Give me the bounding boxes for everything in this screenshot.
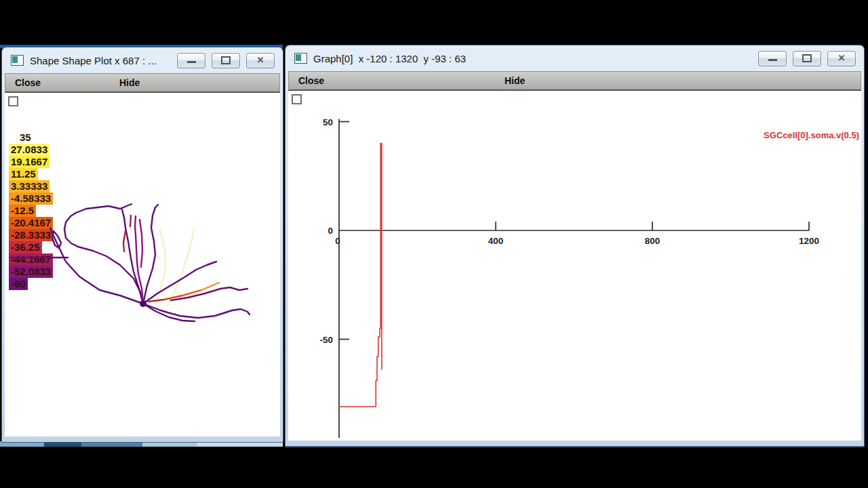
close-button[interactable]: ✕ [246,53,275,68]
dendrite-branch [140,220,142,267]
taskbar-segment [0,441,44,447]
menu-item-close[interactable]: Close [5,77,41,88]
dendrite-branch [123,231,125,251]
minimize-button[interactable] [758,51,787,66]
y-tick-label: -50 [319,335,333,345]
taskbar-segment [197,441,283,447]
window-app-icon [294,53,307,64]
maximize-icon [802,54,812,62]
minimize-icon [768,59,777,61]
dendrite-branch [143,205,158,304]
menu-item-hide[interactable]: Hide [505,75,525,86]
x-tick-label: 0 [335,236,340,246]
window-app-icon [11,55,24,66]
maximize-button[interactable] [212,53,240,68]
soma [140,300,146,307]
x-tick-label: 1200 [799,236,819,246]
shape-plot-window: Shape Shape Plot x 687 : ... ✕ Close Hid… [2,47,283,442]
graph-menubar: Close Hide [288,71,861,91]
close-icon: ✕ [838,53,846,63]
shape-plot-canvas: 3527.083319.166711.253.33333-4.58333-12.… [5,93,280,436]
maximize-icon [221,56,231,64]
shape-plot-menubar: Close Hide [5,73,280,93]
dendrite-branch [50,228,143,304]
minimize-button[interactable] [177,53,205,68]
x-tick-label: 800 [645,236,660,246]
taskbar-segment [142,441,197,447]
dendrite-branch [52,231,61,248]
dendrite-branch [149,300,164,302]
window-title: Shape Shape Plot x 687 : ... [30,55,157,66]
dendrite-branch [143,304,250,318]
y-tick-label: 50 [323,117,333,127]
graph-window: Graph[0] x -120 : 1320 y -93 : 63 ✕ Clos… [285,45,864,446]
dendrite-branch [64,204,132,229]
graph-canvas: 500-5004008001200 SGCcell[0].soma.v(0.5) [288,91,861,441]
y-tick-label: 0 [328,226,333,236]
voltage-trace [339,144,382,407]
dendrite-branch [130,216,131,226]
dendrite-branch [201,283,219,290]
dendrite-branch [171,287,248,300]
x-tick-label: 400 [488,236,504,246]
close-icon: ✕ [257,55,264,65]
graph-svg: 500-5004008001200 [288,91,861,441]
window-title: Graph[0] x -120 : 1320 y -93 : 63 [313,53,466,64]
taskbar-segment [44,441,81,447]
dendrite-branch [78,247,143,304]
shape-plot-titlebar[interactable]: Shape Shape Plot x 687 : ... ✕ [5,47,280,73]
graph-titlebar[interactable]: Graph[0] x -120 : 1320 y -93 : 63 ✕ [288,45,861,71]
dendrite-branch [143,262,216,304]
menu-item-hide[interactable]: Hide [119,77,140,88]
taskbar-sliver [0,441,283,447]
close-button[interactable]: ✕ [827,51,856,66]
minimize-icon [187,61,196,63]
menu-item-close[interactable]: Close [289,75,324,86]
trace-legend-label[interactable]: SGCcell[0].soma.v(0.5) [764,130,859,140]
taskbar-segment [81,441,142,447]
morphology-svg [5,93,279,436]
maximize-button[interactable] [793,51,821,66]
dendrite-branch [64,229,78,247]
